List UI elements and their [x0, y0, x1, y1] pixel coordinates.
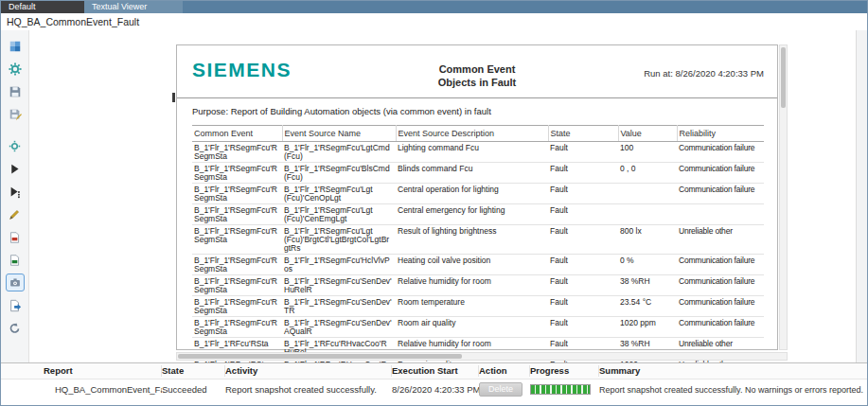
main-body: SIEMENS Common Event Objects in Fault Ru… — [1, 30, 867, 362]
export-pdf-icon[interactable] — [6, 228, 25, 246]
table-row: B_1'Flr_1'RSegmFcu'RSegmStaB_1'Flr_1'RSe… — [192, 163, 764, 184]
column-header: Value — [618, 126, 677, 142]
purpose-text: Purpose: Report of Building Automation o… — [192, 106, 491, 116]
status-column-header: Execution Start — [392, 365, 479, 377]
application-window: Default Textual Viewer HQ_BA_CommonEvent… — [0, 0, 868, 406]
column-header: State — [548, 126, 618, 142]
column-header: Event Source Name — [282, 126, 396, 142]
status-column-header: Summary — [599, 365, 867, 377]
table-row: B_1'Flr_1'RSegmFcu'RSegmStaB_1'Flr_1'RSe… — [192, 142, 764, 163]
status-column-header: Report — [44, 365, 162, 377]
related-items-icon[interactable] — [6, 37, 25, 55]
report-vertical-scrollbar[interactable] — [779, 44, 788, 350]
tab-default[interactable]: Default — [1, 1, 84, 13]
right-splitter[interactable] — [856, 30, 867, 362]
header-divider — [177, 97, 777, 98]
save-icon[interactable] — [6, 82, 25, 100]
table-row: B_1'Flr_1'RSegmFcu'RSegmStaB_1'Flr_1'RSe… — [192, 225, 764, 255]
run-report-icon[interactable] — [6, 160, 25, 178]
table-row: B_1'Flr_1'RSegmFcu'RSegmStaB_1'Flr_1'RSe… — [192, 255, 764, 275]
run-at-timestamp: Run at: 8/26/2020 4:20:33 PM — [644, 68, 764, 79]
report-table-body: B_1'Flr_1'RSegmFcu'RSegmStaB_1'Flr_1'RSe… — [192, 142, 764, 400]
status-column-header: Action — [479, 365, 530, 377]
status-column-header: State — [162, 365, 225, 377]
page-margin-marker-left — [172, 93, 175, 102]
status-header-row: ReportStateActivityExecution StartAction… — [1, 363, 867, 380]
save-as-icon[interactable] — [6, 105, 25, 123]
report-toolbar — [1, 30, 29, 362]
export-excel-icon[interactable] — [6, 251, 25, 269]
table-row: B_1'Flr_1'RSegmFcu'RSegmStaB_1'Flr_1'RSe… — [192, 296, 764, 317]
breadcrumb: HQ_BA_CommonEvent_Fault — [7, 16, 139, 27]
status-report-name[interactable]: HQ_BA_CommonEvent_Fault — [44, 384, 162, 395]
column-header: Reliability — [677, 126, 764, 142]
breadcrumb-bar: HQ_BA_CommonEvent_Fault — [1, 13, 867, 31]
progress-bar — [530, 384, 591, 395]
report-horizontal-scrollbar[interactable] — [176, 352, 788, 361]
status-summary: Report snapshot created successfully. No… — [599, 385, 867, 395]
table-row: B_1'Flr_1'RSegmFcu'RSegmStaB_1'Flr_1'RSe… — [192, 275, 764, 296]
snapshot-icon[interactable] — [6, 274, 25, 291]
report-viewer: SIEMENS Common Event Objects in Fault Ru… — [30, 30, 857, 362]
status-action-cell: Delete — [479, 382, 530, 397]
delete-button[interactable]: Delete — [479, 382, 523, 397]
report-table-header-row: Common EventEvent Source NameEvent Sourc… — [192, 126, 764, 142]
vertical-scrollbar-thumb[interactable] — [781, 47, 786, 108]
export-document-icon[interactable] — [6, 296, 25, 314]
settings-gear-icon[interactable] — [6, 60, 25, 78]
run-at-label: Run at: — [644, 68, 673, 79]
status-column-header: Activity — [225, 365, 392, 377]
status-row: HQ_BA_CommonEvent_Fault Succeeded Report… — [1, 380, 867, 399]
status-execution-start: 8/26/2020 4:20:33 PM — [392, 384, 479, 395]
horizontal-scrollbar-thumb[interactable] — [178, 354, 462, 359]
edit-pencil-icon[interactable] — [6, 205, 25, 223]
tab-textual-viewer[interactable]: Textual Viewer — [84, 1, 183, 13]
run-at-value: 8/26/2020 4:20:33 PM — [676, 68, 765, 79]
status-state: Succeeded — [162, 384, 225, 395]
table-row: B_1'Flr_1'RSegmFcu'RSegmStaB_1'Flr_1'RSe… — [192, 204, 764, 225]
status-progress-cell — [530, 384, 599, 395]
tab-bar: Default Textual Viewer — [1, 1, 867, 13]
execution-status-panel: ReportStateActivityExecution StartAction… — [1, 362, 867, 405]
table-row: B_1'Flr_1'RSegmFcu'RSegmStaB_1'Flr_1'RSe… — [192, 184, 764, 204]
table-row: B_1'Flr_1'RSegmFcu'RSegmStaB_1'Flr_1'RSe… — [192, 317, 764, 338]
manage-gear-icon[interactable] — [6, 137, 25, 155]
column-header: Common Event — [192, 126, 282, 142]
status-column-header: Progress — [530, 365, 599, 377]
run-with-options-icon[interactable] — [6, 183, 25, 201]
report-page: SIEMENS Common Event Objects in Fault Ru… — [176, 44, 778, 350]
history-back-icon[interactable] — [6, 319, 25, 337]
column-header: Event Source Description — [396, 126, 548, 142]
status-activity: Report snapshot created successfully. — [225, 384, 392, 395]
